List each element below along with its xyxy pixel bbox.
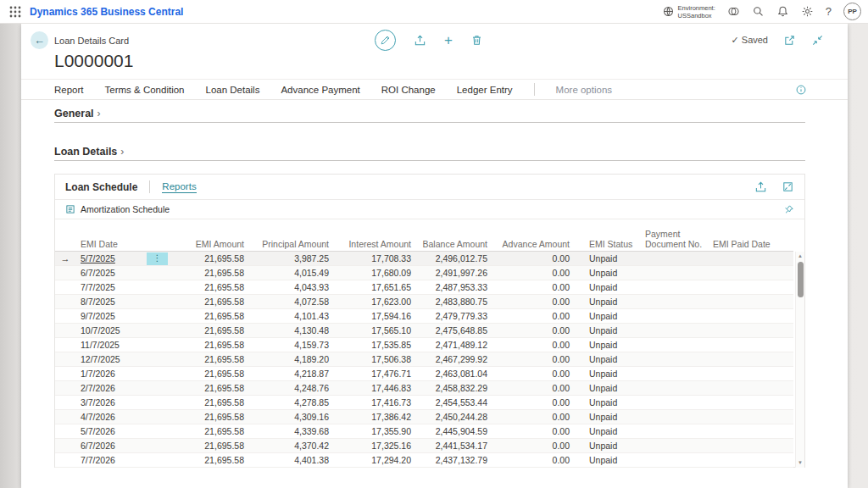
balance-amount-cell: 2,479,779.33: [414, 308, 490, 323]
table-row[interactable]: → 11/7/2025 ⋮ 21,695.58 4,159.73 17,535.…: [55, 337, 793, 352]
share-icon[interactable]: [414, 34, 426, 47]
table-row[interactable]: → 2/7/2026 ⋮ 21,695.58 4,248.76 17,446.8…: [55, 380, 793, 395]
table-row[interactable]: → 5/7/2025 ⋮ 21,695.58 3,987.25 17,708.3…: [55, 251, 793, 265]
row-kebab-menu-icon[interactable]: ⋮: [147, 252, 168, 265]
delete-trash-icon[interactable]: [470, 34, 483, 47]
loan-schedule-body: → 5/7/2025 ⋮ 21,695.58 3,987.25 17,708.3…: [55, 251, 793, 467]
emi-date-link[interactable]: 12/7/2025: [81, 354, 120, 364]
principal-amount-cell: 4,043.93: [247, 280, 331, 294]
col-emi-status[interactable]: EMI Status: [572, 219, 643, 251]
emi-date-link[interactable]: 7/7/2026: [81, 455, 115, 465]
table-row[interactable]: → 12/7/2025 ⋮ 21,695.58 4,189.20 17,506.…: [55, 352, 793, 366]
balance-amount-cell: 2,467,299.92: [414, 352, 490, 366]
payment-document-no-cell: [643, 280, 710, 294]
menu-divider: [534, 83, 535, 96]
environment-indicator[interactable]: Environment: USSandbox: [662, 4, 715, 19]
interest-amount-cell: 17,355.90: [331, 424, 414, 438]
table-row[interactable]: → 7/7/2026 ⋮ 21,695.58 4,401.38 17,294.2…: [55, 452, 793, 467]
emi-paid-date-cell: [710, 308, 793, 323]
collapse-arrows-icon[interactable]: [811, 34, 824, 47]
table-row[interactable]: → 4/7/2026 ⋮ 21,695.58 4,309.16 17,386.4…: [55, 409, 793, 424]
col-advance-amount[interactable]: Advance Amount: [490, 219, 572, 251]
new-plus-icon[interactable]: +: [444, 34, 453, 47]
menu-item-ledger-entry[interactable]: Ledger Entry: [457, 85, 513, 95]
emi-date-link[interactable]: 1/7/2026: [81, 369, 115, 379]
menu-item-terms-condition[interactable]: Terms & Condition: [105, 85, 185, 95]
emi-date-link[interactable]: 2/7/2026: [81, 383, 115, 393]
interest-amount-cell: 17,651.65: [331, 280, 414, 294]
payment-document-no-cell: [643, 366, 710, 380]
menu-item-advance-payment[interactable]: Advance Payment: [281, 85, 359, 95]
table-row[interactable]: → 1/7/2026 ⋮ 21,695.58 4,218.87 17,476.7…: [55, 366, 793, 380]
emi-date-link[interactable]: 8/7/2025: [81, 297, 115, 307]
tab-reports[interactable]: Reports: [162, 181, 196, 193]
user-avatar[interactable]: PP: [843, 3, 861, 20]
emi-status-cell: Unpaid: [572, 308, 643, 323]
menu-item-roi-change[interactable]: ROI Change: [381, 85, 436, 95]
table-row[interactable]: → 9/7/2025 ⋮ 21,695.58 4,101.43 17,594.1…: [55, 308, 793, 323]
page-caption: Loan Details Card: [54, 36, 129, 46]
emi-date-link[interactable]: 9/7/2025: [81, 311, 115, 321]
open-in-new-window-icon[interactable]: [783, 34, 796, 47]
emi-status-cell: Unpaid: [572, 337, 643, 352]
fasttab-loan-details[interactable]: Loan Details›: [54, 143, 805, 161]
emi-amount-cell: 21,695.58: [169, 280, 247, 294]
emi-date-link[interactable]: 3/7/2026: [81, 397, 115, 408]
emi-paid-date-cell: [710, 352, 793, 366]
fasttab-general[interactable]: General›: [54, 105, 805, 123]
emi-date-link[interactable]: 11/7/2025: [81, 340, 120, 350]
menu-item-loan-details[interactable]: Loan Details: [206, 85, 260, 95]
app-title[interactable]: Dynamics 365 Business Central: [30, 6, 183, 18]
interest-amount-cell: 17,446.83: [331, 380, 414, 395]
table-row[interactable]: → 8/7/2025 ⋮ 21,695.58 4,072.58 17,623.0…: [55, 294, 793, 308]
info-icon[interactable]: [795, 84, 807, 96]
emi-status-cell: Unpaid: [572, 323, 643, 337]
part-expand-icon[interactable]: [782, 180, 794, 193]
copilot-icon[interactable]: [727, 5, 740, 18]
interest-amount-cell: 17,565.10: [331, 323, 414, 337]
col-balance-amount[interactable]: Balance Amount: [414, 219, 490, 251]
emi-date-link[interactable]: 10/7/2025: [81, 325, 120, 336]
settings-gear-icon[interactable]: [801, 5, 814, 18]
scrollbar-thumb[interactable]: [798, 262, 804, 297]
emi-date-link[interactable]: 4/7/2026: [81, 412, 115, 422]
app-launcher-waffle-icon[interactable]: [8, 5, 22, 19]
menu-item-report[interactable]: Report: [54, 85, 84, 95]
table-row[interactable]: → 6/7/2025 ⋮ 21,695.58 4,015.49 17,680.0…: [55, 265, 793, 280]
emi-date-link[interactable]: 7/7/2025: [81, 282, 115, 292]
search-icon[interactable]: [752, 5, 765, 18]
table-row[interactable]: → 3/7/2026 ⋮ 21,695.58 4,278.85 17,416.7…: [55, 395, 793, 409]
more-options-button[interactable]: More options: [556, 85, 612, 95]
back-button[interactable]: ←: [31, 31, 48, 49]
col-emi-amount[interactable]: EMI Amount: [169, 219, 247, 251]
emi-date-link[interactable]: 5/7/2026: [81, 426, 115, 436]
amortization-schedule-action[interactable]: Amortization Schedule: [55, 200, 804, 219]
col-payment-document-no[interactable]: Payment Document No.: [643, 219, 710, 251]
pin-icon[interactable]: [783, 204, 794, 215]
table-row[interactable]: → 7/7/2025 ⋮ 21,695.58 4,043.93 17,651.6…: [55, 280, 793, 294]
vertical-scrollbar[interactable]: ▲ ▼: [795, 252, 804, 468]
emi-date-link[interactable]: 6/7/2025: [81, 268, 115, 278]
payment-document-no-cell: [643, 294, 710, 308]
notifications-bell-icon[interactable]: [776, 5, 789, 18]
col-interest-amount[interactable]: Interest Amount: [331, 219, 414, 251]
emi-date-link[interactable]: 6/7/2026: [81, 441, 115, 451]
table-row[interactable]: → 10/7/2025 ⋮ 21,695.58 4,130.48 17,565.…: [55, 323, 793, 337]
principal-amount-cell: 4,278.85: [247, 395, 331, 409]
table-row[interactable]: → 6/7/2026 ⋮ 21,695.58 4,370.42 17,325.1…: [55, 438, 793, 452]
part-share-icon[interactable]: [754, 180, 767, 193]
balance-amount-cell: 2,496,012.75: [414, 251, 490, 265]
col-principal-amount[interactable]: Principal Amount: [247, 219, 331, 251]
interest-amount-cell: 17,476.71: [331, 366, 414, 380]
emi-date-link[interactable]: 5/7/2025: [81, 253, 115, 263]
table-row[interactable]: → 5/7/2026 ⋮ 21,695.58 4,339.68 17,355.9…: [55, 424, 793, 438]
scroll-down-arrow[interactable]: ▼: [796, 460, 804, 465]
help-icon[interactable]: ?: [826, 5, 832, 18]
scroll-up-arrow[interactable]: ▲: [796, 253, 804, 258]
interest-amount-cell: 17,416.73: [331, 395, 414, 409]
edit-button[interactable]: [375, 30, 396, 51]
col-emi-paid-date[interactable]: EMI Paid Date: [710, 219, 793, 251]
col-emi-date[interactable]: EMI Date: [75, 219, 169, 251]
advance-amount-cell: 0.00: [490, 352, 572, 366]
advance-amount-cell: 0.00: [490, 424, 572, 438]
